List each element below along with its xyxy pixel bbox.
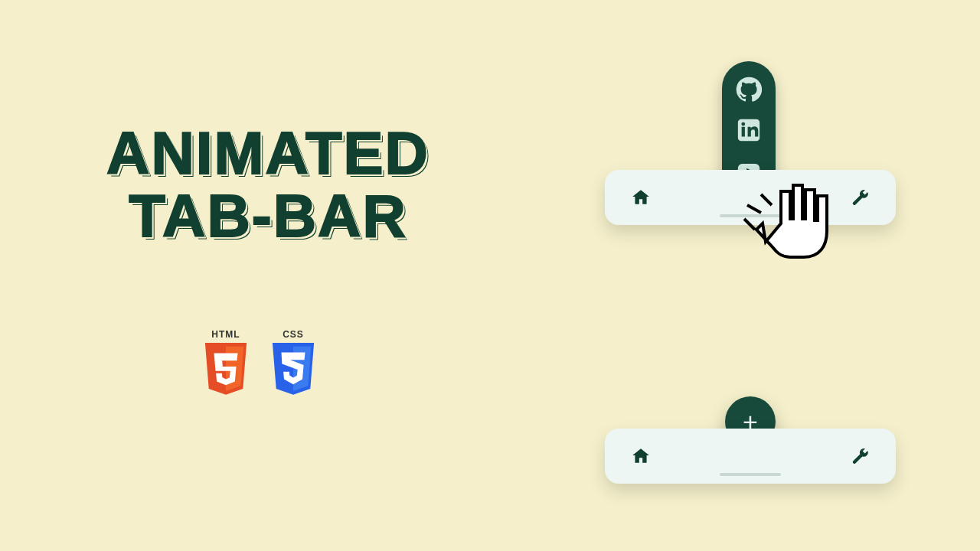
tab-bar-expanded <box>605 170 896 225</box>
headline-line-1: ANIMATED <box>69 122 467 185</box>
css-label: CSS <box>283 329 304 340</box>
svg-point-6 <box>741 122 745 126</box>
home-icon[interactable] <box>631 446 651 466</box>
headline: ANIMATED TAB-BAR <box>69 122 467 248</box>
svg-rect-5 <box>742 127 745 137</box>
tech-badges: HTML CSS <box>199 329 320 396</box>
headline-line-2: TAB-BAR <box>69 185 467 248</box>
css-badge: CSS <box>266 329 320 396</box>
wrench-icon[interactable] <box>850 446 870 466</box>
wrench-icon[interactable] <box>850 187 870 207</box>
css3-icon <box>270 343 317 396</box>
active-underline <box>720 214 781 217</box>
html5-icon <box>202 343 250 396</box>
home-icon[interactable] <box>631 187 651 207</box>
tab-bar-collapsed <box>605 429 896 484</box>
active-underline <box>720 473 781 476</box>
html-badge: HTML <box>199 329 253 396</box>
html-label: HTML <box>211 329 240 340</box>
github-icon[interactable] <box>736 77 762 103</box>
linkedin-icon[interactable] <box>736 117 762 143</box>
